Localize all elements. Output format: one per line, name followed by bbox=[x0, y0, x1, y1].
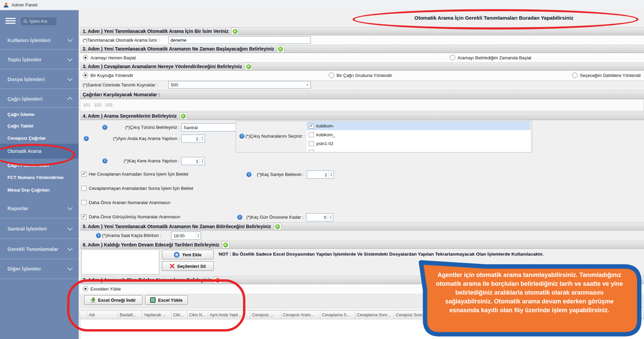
window-titlebar: Admin Paneli bbox=[0, 0, 644, 10]
auto-call-name-input[interactable] bbox=[168, 36, 311, 44]
resume-dates-listbox[interactable] bbox=[81, 250, 159, 275]
step2-row bbox=[80, 53, 644, 63]
sidebar-item-mesai-disi-cagrilari[interactable]: Mesai Dışı Çağrıları bbox=[0, 185, 79, 195]
wait-seconds-stepper[interactable]: 1 ▲▼ bbox=[307, 171, 334, 179]
checkbox-icon[interactable] bbox=[309, 141, 314, 146]
step5-valid-check-icon: ✓ bbox=[274, 223, 281, 230]
sidebar-item-cagri-puanlamalari[interactable]: Çağrı Puanlamaları bbox=[0, 160, 79, 170]
checkbox-checked-icon[interactable] bbox=[81, 172, 86, 177]
table-header-ayni-anda[interactable]: Ayni Anda Yapil... bbox=[208, 311, 250, 319]
step2-valid-check-icon: ✓ bbox=[277, 45, 284, 53]
answering-numbers-header: Çağrıları Karşılayacak Numaralar : bbox=[80, 90, 644, 99]
radio-start-now[interactable]: Aramayı Hemen Başlat bbox=[83, 55, 136, 60]
chevron-down-icon bbox=[67, 37, 73, 42]
chevron-down-icon bbox=[67, 205, 73, 210]
end-time-stepper[interactable]: 18:00 ▲▼ bbox=[171, 232, 201, 240]
sidebar-item-cagri-islemleri[interactable]: Çağrı İşlemleri bbox=[0, 91, 79, 106]
radio-selected-icon[interactable] bbox=[83, 55, 88, 60]
step6-valid-check-icon: ✓ bbox=[222, 241, 229, 248]
sidebar-item-cagri-izleme[interactable]: Çağrı İzleme bbox=[0, 109, 79, 119]
days-back-stepper[interactable]: 0 ▲▼ bbox=[306, 213, 333, 221]
table-header-cevapsiz[interactable]: Cevapsiz ... bbox=[250, 311, 281, 319]
call-times-stepper[interactable]: 1 ▲▼ bbox=[181, 157, 205, 165]
chevron-down-icon bbox=[67, 76, 73, 81]
table-header-cevaplama-sonr[interactable]: Cevaplama Sonr... bbox=[355, 311, 394, 319]
radio-icon[interactable] bbox=[329, 73, 334, 78]
radio-icon[interactable] bbox=[450, 55, 455, 60]
simultaneous-calls-stepper[interactable]: 1 ▲▼ bbox=[181, 135, 205, 143]
spinner-down-icon: ▼ bbox=[201, 161, 203, 163]
sidebar-item-diger-islemler[interactable]: Diğer İşlemler bbox=[0, 261, 79, 276]
exit-type-label: (*)Çıkış Türünü Belirleyiniz : bbox=[108, 125, 180, 130]
chevron-down-icon bbox=[67, 56, 73, 61]
radio-icon[interactable] bbox=[572, 73, 578, 78]
spinner-up-icon: ▲ bbox=[201, 136, 203, 139]
exit-numbers-label: (*)Çıkış Numaralarını Seçiniz : bbox=[245, 134, 305, 139]
sidebar-item-cevapsiz-cagrilar[interactable]: Cevapsız Çağrılar bbox=[0, 133, 79, 143]
info-icon: i bbox=[102, 125, 107, 130]
sidebar-divider bbox=[0, 259, 79, 259]
radio-start-scheduled[interactable]: Aramayı Belirlediğim Zamanda Başlat bbox=[450, 55, 531, 60]
spinner-up-icon: ▲ bbox=[329, 215, 331, 217]
sidebar-divider bbox=[0, 238, 79, 239]
delete-selected-button[interactable]: Seçilenleri Sil bbox=[162, 261, 214, 271]
info-icon: i bbox=[102, 158, 107, 163]
checkbox-icon[interactable] bbox=[309, 132, 314, 137]
delete-x-icon bbox=[170, 264, 175, 268]
admin-panel-window: Admin Paneli İşlem Ara Kullanıcı İşlemle… bbox=[0, 0, 644, 339]
table-header-ciki[interactable]: Ciki... bbox=[171, 311, 187, 319]
sidebar-item-otomatik-arama-active[interactable]: Otomatik Arama bbox=[0, 144, 79, 159]
step1-row bbox=[80, 35, 644, 45]
table-header-adi[interactable]: Adi bbox=[87, 311, 118, 319]
download-excel-sample-button[interactable]: Excel Örneği İndir bbox=[84, 295, 142, 305]
queue-select-dropdown[interactable]: 500 ▼ bbox=[168, 81, 311, 88]
chevron-down-icon bbox=[67, 245, 73, 251]
table-header-cikis-n[interactable]: Cikis N... bbox=[187, 311, 208, 319]
checkbox-skip-called-before[interactable]: Daha Önce Aranan Numaralar Aranmasın bbox=[81, 200, 170, 205]
answering-numbers-box: 101 102 103 bbox=[80, 99, 644, 111]
radio-load-from-excel[interactable]: Excelden Yükle bbox=[83, 286, 121, 292]
radio-route-group[interactable]: Bir Çağrı Grubuna Yönlendir bbox=[329, 73, 392, 78]
info-icon: i bbox=[96, 233, 101, 238]
sidebar-item-santral-islemleri[interactable]: Santral İşlemleri bbox=[0, 221, 79, 236]
table-header-yapilacak[interactable]: Yapilacak ... bbox=[142, 311, 172, 319]
checkbox-checked-icon[interactable] bbox=[309, 123, 314, 128]
radio-route-queue[interactable]: Bir Kuyruğa Yönlendir bbox=[83, 73, 133, 78]
hamburger-menu-icon[interactable] bbox=[5, 18, 16, 25]
spinner-up-icon: ▲ bbox=[197, 233, 199, 236]
radio-selected-icon[interactable] bbox=[83, 286, 88, 292]
sidebar-item-toplu-islemler[interactable]: Toplu İşlemler bbox=[0, 52, 79, 67]
checkbox-icon[interactable] bbox=[309, 150, 314, 152]
radio-route-extensions[interactable]: Seçeceğim Dahililere Yönlendir bbox=[572, 73, 641, 78]
sidebar-item-kullanici-islemleri[interactable]: Kullanıcı İşlemleri bbox=[0, 33, 79, 47]
checkbox-icon[interactable] bbox=[81, 200, 86, 205]
sidebar-item-dosya-islemleri[interactable]: Dosya İşlemleri bbox=[0, 72, 79, 86]
add-date-button[interactable]: Yeni Ekle bbox=[162, 250, 214, 259]
list-item-exit-number[interactable]: kobikom_ bbox=[307, 130, 530, 139]
table-header-cevaplama-s[interactable]: Cevaplama S... bbox=[320, 311, 355, 319]
days-back-label: (*)Kaç Gün Öncesine Kadar : bbox=[243, 215, 303, 220]
radio-selected-icon[interactable] bbox=[83, 73, 88, 78]
search-icon bbox=[23, 19, 27, 23]
upload-excel-button[interactable]: Excel Yükle bbox=[145, 295, 188, 305]
step6-header: 6. Adım ) Kaldığı Yerden Devam Edeceği T… bbox=[80, 241, 644, 249]
dropdown-caret-icon: ▼ bbox=[306, 84, 308, 86]
checkbox-wait-after-unanswered[interactable]: Cevaplanmayan Aramalardan Sonra İşlem İç… bbox=[81, 186, 193, 191]
sidebar-item-raporlar[interactable]: Raporlar bbox=[0, 201, 79, 216]
list-item-exit-number[interactable] bbox=[307, 148, 530, 152]
sidebar-divider bbox=[0, 69, 79, 69]
chevron-up-icon bbox=[67, 97, 73, 102]
sidebar-item-fct-numara-yonlendirme[interactable]: FCT Numara Yönlendirme bbox=[0, 172, 79, 182]
table-header-baslatil[interactable]: Baslatil... bbox=[118, 311, 142, 319]
table-header-cevapsiz-aram[interactable]: Cevapsiz Aram... bbox=[281, 311, 320, 319]
sidebar-item-cagri-takibi[interactable]: Çağrı Takibi bbox=[0, 121, 79, 131]
auto-call-name-label: (*)Tanımlanacak Otomatik Arama İsmi : bbox=[83, 38, 159, 43]
list-item-exit-number[interactable]: kobikom- bbox=[307, 121, 530, 130]
checkbox-checked-icon[interactable] bbox=[81, 214, 86, 219]
checkbox-skip-talked-before[interactable]: Daha Önce Görüşülmüş Numaralar Aranmasın bbox=[81, 214, 180, 219]
checkbox-wait-after-answered[interactable]: Her Cevaplanan Aramadan Sonra İşlem İçin… bbox=[81, 172, 188, 177]
search-input[interactable]: İşlem Ara bbox=[20, 17, 57, 26]
sidebar-item-gerekli-tanimlamalar[interactable]: Gerekli Tanımlamalar bbox=[0, 241, 79, 256]
list-item-exit-number[interactable]: pstn1-02 bbox=[307, 139, 530, 148]
checkbox-icon[interactable] bbox=[81, 186, 86, 191]
